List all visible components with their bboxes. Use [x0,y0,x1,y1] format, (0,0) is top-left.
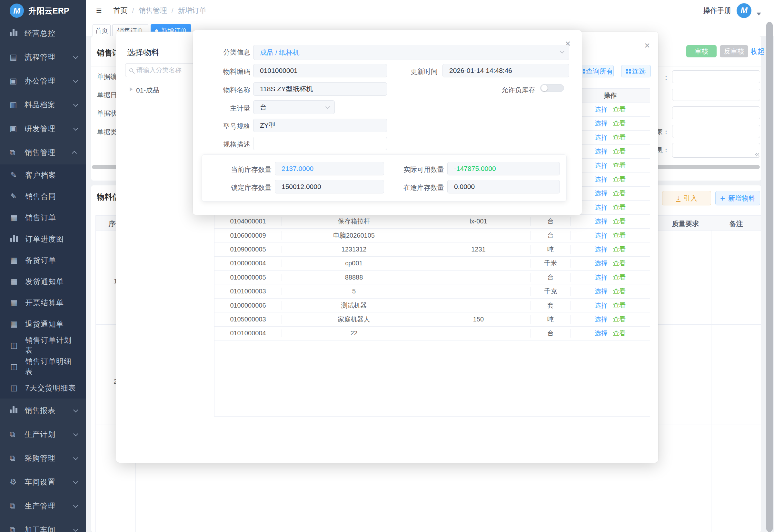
sidebar-item-22[interactable]: ⧉加工车间 [0,518,86,532]
sidebar-item-2[interactable]: ▣办公管理 [0,69,86,93]
select-link[interactable]: 选择 [595,190,608,197]
sidebar-item-4[interactable]: ▣研发管理 [0,117,86,141]
sidebar-item-8[interactable]: ▦销售订单 [0,207,86,228]
sidebar-item-9[interactable]: 订单进度图 [0,228,86,250]
sidebar-item-5[interactable]: ⧉销售管理 [0,141,86,164]
breadcrumb-sales[interactable]: 销售管理 [139,6,167,15]
select-link[interactable]: 选择 [595,302,608,309]
select-link[interactable]: 选择 [595,260,608,267]
unapprove-button[interactable]: 反审核 [720,45,748,57]
table-icon: ▦ [10,298,25,307]
select-link[interactable]: 选择 [595,176,608,183]
view-link[interactable]: 查看 [613,288,626,295]
add-material-button[interactable]: + 新增物料 [715,191,760,205]
updated-field[interactable]: 2026-01-14 14:48:46 [442,64,569,77]
order-input-4[interactable] [672,125,760,138]
close-icon[interactable]: × [644,41,650,50]
select-link[interactable]: 选择 [595,148,608,155]
category-select[interactable]: 成品 / 纸杯机 [253,45,569,60]
view-link[interactable]: 查看 [613,218,626,225]
select-link[interactable]: 选择 [595,106,608,113]
vertical-scrollbar[interactable] [766,22,773,532]
sidebar-item-1[interactable]: ▤流程管理 [0,45,86,69]
view-link[interactable]: 查看 [613,232,626,239]
view-link[interactable]: 查看 [613,148,626,155]
order-input-1[interactable] [672,70,760,83]
view-link[interactable]: 查看 [613,120,626,127]
multi-select-button[interactable]: 连选 [621,65,651,77]
tree-item-finished-goods[interactable]: 01-成品 [136,86,159,95]
sidebar-item-10[interactable]: ▦备货订单 [0,250,86,271]
view-link[interactable]: 查看 [613,330,626,337]
sidebar-item-0[interactable]: 经营总控 [0,21,86,45]
sidebar-item-6[interactable]: ✎客户档案 [0,164,86,186]
sidebar-item-11[interactable]: ▦发货通知单 [0,271,86,292]
view-link[interactable]: 查看 [613,246,626,253]
view-link[interactable]: 查看 [613,176,626,183]
sidebar-item-12[interactable]: ▦开票结算单 [0,292,86,313]
code-field[interactable]: 0101000001 [253,64,387,77]
sidebar-item-19[interactable]: ⧉采购管理 [0,446,86,470]
select-link[interactable]: 选择 [595,274,608,281]
sidebar-item-13[interactable]: ▦退货通知单 [0,313,86,335]
action-column-header: 操作 [571,91,650,100]
unit-select[interactable]: 台 [253,100,335,114]
select-link[interactable]: 选择 [595,218,608,225]
sidebar-item-7[interactable]: ✎销售合同 [0,186,86,207]
breadcrumb-home[interactable]: 首页 [114,6,128,15]
tab-home[interactable]: 首页 [93,24,111,37]
material-cell: 0109000005 [214,246,282,253]
resize-grip-icon[interactable] [755,153,759,156]
view-link[interactable]: 查看 [613,260,626,267]
order-textarea[interactable] [672,143,760,158]
view-link[interactable]: 查看 [613,274,626,281]
select-link[interactable]: 选择 [595,246,608,253]
view-link[interactable]: 查看 [613,204,626,211]
select-link[interactable]: 选择 [595,134,608,141]
spec-field[interactable] [253,137,387,150]
material-cell: 0101000004 [214,330,282,337]
sidebar-item-16[interactable]: ◫7天交货明细表 [0,377,86,399]
material-row-15: 0105000003家庭机器人150吨选择查看 [214,312,650,326]
select-link[interactable]: 选择 [595,232,608,239]
transit-stock-field[interactable]: 0.0000 [447,180,560,193]
sidebar-item-18[interactable]: ⧉生产计划 [0,422,86,446]
available-field[interactable]: -147875.0000 [447,162,560,175]
current-stock-field[interactable]: 2137.0000 [275,162,384,175]
sidebar-item-17[interactable]: 销售报表 [0,399,86,422]
view-link[interactable]: 查看 [613,190,626,197]
sidebar-item-21[interactable]: ⧉生产管理 [0,494,86,518]
view-link[interactable]: 查看 [613,106,626,113]
user-avatar[interactable]: M [737,3,751,18]
approve-button[interactable]: 审核 [686,45,717,57]
query-all-button[interactable]: 查询所有 [580,65,614,77]
collapse-menu-icon[interactable]: ≡ [96,5,102,16]
select-link[interactable]: 选择 [595,204,608,211]
name-field[interactable]: 118S ZY型纸杯机 [253,82,387,96]
locked-stock-field[interactable]: 150012.0000 [275,180,384,193]
select-link[interactable]: 选择 [595,330,608,337]
view-link[interactable]: 查看 [613,316,626,323]
tree-expand-caret-icon[interactable] [130,87,133,92]
import-button[interactable]: ↓ 引入 [662,191,711,205]
collapse-link[interactable]: 收起 [750,47,765,56]
order-input-3[interactable] [672,106,760,119]
order-input-2[interactable] [672,89,760,101]
manual-link[interactable]: 操作手册 [703,6,731,15]
sidebar-item-15[interactable]: ◫销售订单明细表 [0,356,86,377]
view-link[interactable]: 查看 [613,134,626,141]
neg-stock-toggle[interactable] [540,84,564,92]
sidebar-item-14[interactable]: ◫销售订单计划表 [0,335,86,356]
sidebar-item-label: 经营总控 [25,28,77,38]
select-link[interactable]: 选择 [595,316,608,323]
select-link[interactable]: 选择 [595,120,608,127]
view-link[interactable]: 查看 [613,302,626,309]
user-menu-caret-icon[interactable] [757,13,761,15]
select-link[interactable]: 选择 [595,288,608,295]
sidebar-item-20[interactable]: ⚙车间设置 [0,470,86,494]
select-link[interactable]: 选择 [595,162,608,169]
sidebar-item-3[interactable]: ▥料品档案 [0,93,86,117]
model-field[interactable]: ZY型 [253,119,387,132]
sidebar-item-label: 销售订单计划表 [25,335,77,355]
view-link[interactable]: 查看 [613,162,626,169]
